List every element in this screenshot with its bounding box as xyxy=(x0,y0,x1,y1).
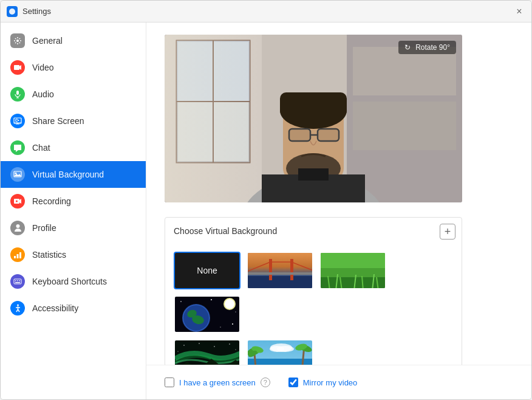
background-chooser: Choose Virtual Background + None xyxy=(165,217,462,365)
sidebar-item-audio[interactable]: Audio xyxy=(1,81,146,108)
sidebar-label-keyboard-shortcuts: Keyboard Shortcuts xyxy=(32,277,107,286)
svg-point-98 xyxy=(236,350,236,350)
green-screen-group: I have a green screen ? xyxy=(165,378,270,387)
sidebar-label-accessibility: Accessibility xyxy=(32,303,78,313)
svg-rect-23 xyxy=(17,254,19,258)
svg-point-30 xyxy=(17,305,19,306)
section-title-virtual: Virtual Background xyxy=(205,226,277,236)
rotate-label: Rotate 90° xyxy=(415,43,450,52)
svg-point-0 xyxy=(9,9,15,15)
svg-rect-2 xyxy=(14,65,19,70)
sidebar-item-video[interactable]: Video xyxy=(1,54,146,81)
svg-rect-65 xyxy=(248,272,313,275)
rotate-button[interactable]: ↻ Rotate 90° xyxy=(398,41,456,54)
background-golden-gate[interactable] xyxy=(247,252,313,289)
svg-rect-45 xyxy=(353,102,456,150)
background-aurora[interactable] xyxy=(174,339,240,365)
svg-marker-17 xyxy=(14,174,21,176)
svg-point-94 xyxy=(183,345,184,345)
svg-point-99 xyxy=(178,351,179,352)
svg-rect-44 xyxy=(353,47,456,95)
sidebar-item-profile[interactable]: Profile xyxy=(1,215,146,241)
sidebar-label-recording: Recording xyxy=(32,196,71,206)
sidebar-item-general[interactable]: General xyxy=(1,27,146,54)
svg-rect-25 xyxy=(14,279,21,284)
mirror-video-group: Mirror my video xyxy=(288,378,358,387)
svg-rect-55 xyxy=(298,168,329,181)
svg-point-96 xyxy=(214,346,214,347)
svg-point-1 xyxy=(16,40,19,42)
svg-marker-11 xyxy=(18,119,19,121)
svg-rect-24 xyxy=(19,252,21,258)
main-panel: ↻ Rotate 90° Choose Virtual Background + xyxy=(146,22,531,365)
sidebar: General Video xyxy=(1,22,146,399)
svg-rect-28 xyxy=(19,280,21,281)
background-grass[interactable] xyxy=(319,252,386,289)
sidebar-label-share-screen: Share Screen xyxy=(32,116,84,126)
gear-icon xyxy=(10,33,25,48)
mirror-video-label[interactable]: Mirror my video xyxy=(303,378,358,387)
background-none-label: None xyxy=(197,266,217,275)
svg-rect-42 xyxy=(165,35,262,202)
app-icon xyxy=(7,6,18,17)
svg-point-78 xyxy=(180,301,182,302)
sidebar-label-general: General xyxy=(32,36,63,46)
close-button[interactable]: × xyxy=(513,5,525,18)
share-screen-icon xyxy=(10,114,25,128)
background-beach[interactable] xyxy=(247,339,313,365)
green-screen-label[interactable]: I have a green screen xyxy=(179,378,256,387)
statistics-icon xyxy=(10,247,25,262)
svg-point-20 xyxy=(16,201,18,202)
sidebar-item-accessibility[interactable]: Accessibility xyxy=(1,295,146,322)
svg-rect-67 xyxy=(321,253,386,268)
svg-rect-27 xyxy=(17,280,18,281)
sidebar-item-keyboard-shortcuts[interactable]: Keyboard Shortcuts xyxy=(1,268,146,295)
recording-icon xyxy=(10,194,25,209)
sidebar-label-statistics: Statistics xyxy=(32,250,66,260)
audio-icon xyxy=(10,87,25,102)
background-none[interactable]: None xyxy=(174,252,240,289)
svg-point-21 xyxy=(16,224,19,228)
background-grid-row2 xyxy=(174,339,453,365)
virtual-background-icon xyxy=(10,167,25,182)
sidebar-label-profile: Profile xyxy=(32,223,56,233)
svg-point-92 xyxy=(225,299,234,309)
rotate-icon: ↻ xyxy=(404,43,411,52)
svg-point-97 xyxy=(229,343,230,344)
svg-rect-52 xyxy=(318,129,339,141)
content-area: General Video xyxy=(1,22,531,399)
svg-rect-59 xyxy=(248,276,313,289)
sidebar-item-share-screen[interactable]: Share Screen xyxy=(1,108,146,134)
mirror-video-checkbox[interactable] xyxy=(288,378,298,387)
svg-point-115 xyxy=(277,346,294,352)
sidebar-item-virtual-background[interactable]: Virtual Background xyxy=(1,161,146,188)
help-icon[interactable]: ? xyxy=(261,378,270,387)
svg-rect-22 xyxy=(14,256,16,258)
sidebar-label-audio: Audio xyxy=(32,89,54,99)
svg-point-80 xyxy=(211,299,212,300)
svg-rect-51 xyxy=(289,129,310,141)
svg-rect-49 xyxy=(280,92,347,117)
background-space[interactable] xyxy=(174,295,240,333)
background-grid: None xyxy=(174,252,453,333)
profile-icon xyxy=(10,221,25,235)
chat-icon xyxy=(10,140,25,155)
footer: I have a green screen ? Mirror my video xyxy=(146,365,531,399)
add-background-button[interactable]: + xyxy=(440,224,455,240)
section-title: Choose Virtual Background xyxy=(174,226,277,236)
svg-marker-19 xyxy=(19,199,21,204)
svg-rect-68 xyxy=(321,268,386,277)
svg-rect-29 xyxy=(15,282,20,283)
sidebar-item-statistics[interactable]: Statistics xyxy=(1,241,146,268)
camera-preview: ↻ Rotate 90° xyxy=(165,35,462,202)
svg-line-34 xyxy=(18,309,19,312)
video-icon xyxy=(10,60,25,75)
green-screen-checkbox[interactable] xyxy=(165,378,174,387)
sidebar-item-recording[interactable]: Recording xyxy=(1,188,146,215)
section-title-choose: Choose xyxy=(174,226,205,236)
svg-point-82 xyxy=(235,311,236,312)
sidebar-item-chat[interactable]: Chat xyxy=(1,134,146,161)
sidebar-label-chat: Chat xyxy=(32,143,50,153)
svg-point-86 xyxy=(232,323,233,325)
accessibility-icon xyxy=(10,301,25,316)
